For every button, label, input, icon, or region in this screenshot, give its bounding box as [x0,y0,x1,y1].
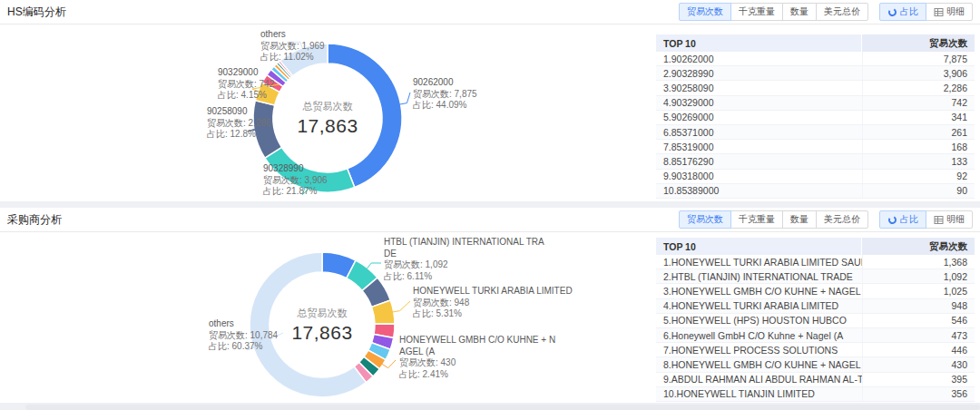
table-header-row: TOP 10 贸易次数 [656,34,975,52]
row-value: 446 [862,343,975,356]
toolbar: 贸易次数 千克重量 数量 美元总价 占比 明细 [679,210,973,229]
slice-label-pct: 占比: 12.8% [207,129,271,141]
row-name: 5.HONEYWELL (HPS) HOUSTON HUBCO [656,315,862,326]
table-row[interactable]: 10.HONEYWELL TIANJIN LIMITED356 [656,387,975,402]
view-detail-button[interactable]: 明细 [926,210,973,229]
slice-label: 90329000贸易次数: 742占比: 4.15% [218,67,274,102]
row-name: 7.85319000 [656,142,862,152]
table-row[interactable]: 3.902580902,286 [656,81,975,95]
metric-usd-total-button[interactable]: 美元总价 [816,3,868,21]
slice-label-count: 贸易次数: 1,969 [260,41,325,53]
table-row[interactable]: 7.HONEYWELL PROCESS SOLUTIONS446 [656,343,975,357]
table-header-rank: TOP 10 [656,34,861,52]
row-name: 9.90318000 [656,171,862,181]
row-value: 3,906 [862,66,975,80]
metric-kg-weight-button[interactable]: 千克重量 [730,3,783,21]
row-name: 2.90328990 [656,68,862,79]
slice-label-name: others [209,318,278,330]
top10-table: TOP 10 贸易次数 1.902620007,8752.903289903,9… [656,34,975,199]
view-proportion-button[interactable]: 占比 [879,210,926,229]
metric-quantity-button[interactable]: 数量 [782,3,817,21]
metric-kg-weight-button[interactable]: 千克重量 [730,210,783,229]
row-name: 8.85176290 [656,156,862,167]
donut-center-total: 总贸易次数17,863 [297,100,358,137]
row-value: 473 [862,328,975,342]
horizontal-scrollbar[interactable] [25,405,980,410]
table-row[interactable]: 10.8538900090 [656,184,975,199]
page-title: 采购商分析 [7,212,62,228]
slice-label-pct: 占比: 4.15% [218,90,274,102]
row-name: 10.HONEYWELL TIANJIN LIMITED [656,388,862,399]
row-name: 10.85389000 [656,185,862,196]
metric-quantity-button[interactable]: 数量 [782,210,817,229]
table-row[interactable]: 8.85176290133 [656,154,975,169]
row-name: 6.85371000 [656,127,862,138]
total-caption: 总贸易次数 [297,100,358,113]
table-row[interactable]: 4.90329000742 [656,96,975,111]
view-proportion-button[interactable]: 占比 [879,3,926,21]
slice-label-pct: 占比: 6.11% [384,271,545,283]
table-row[interactable]: 5.90269000341 [656,111,975,125]
table-row[interactable]: 5.HONEYWELL (HPS) HOUSTON HUBCO546 [656,314,975,328]
label-leader-line [367,263,381,268]
slice-label: others贸易次数: 10,784占比: 60.37% [209,318,278,353]
row-name: 5.90269000 [656,112,862,122]
table-header-value: 贸易次数 [862,34,975,52]
table-row[interactable]: 6.Honeywell GmbH C/O Kuhne + Nagel (A473 [656,328,975,343]
row-name: 7.HONEYWELL PROCESS SOLUTIONS [656,345,862,356]
slice-label-name: 90329000 [218,67,274,79]
slice-label: HONEYWELL TURKI ARABIA LIMITED贸易次数: 948占… [413,286,573,320]
slice-label-name: HONEYWELL GMBH C/O KUHNE + NAGEL (A [399,335,561,357]
view-switch: 占比 明细 [879,3,973,21]
slice-label-pct: 占比: 44.09% [413,100,477,112]
slice-label-pct: 占比: 60.37% [209,341,278,353]
slice-label-name: 90328990 [263,163,328,175]
slice-label-name: others [260,29,325,41]
row-name: 4.HONEYWELL TURKI ARABIA LIMITED [656,300,862,311]
metric-usd-total-button[interactable]: 美元总价 [816,210,868,229]
slice-label-count: 贸易次数: 2,286 [207,118,271,130]
row-value: 2,286 [862,81,975,94]
total-value: 17,863 [291,322,352,344]
table-row[interactable]: 1.902620007,875 [656,52,975,66]
section-hs-code-analysis: HS编码分析 贸易次数 千克重量 数量 美元总价 占比 明细 90262000贸… [0,0,980,201]
table-row[interactable]: 9.ABDUL RAHMAN ALI ABDUL RAHMAN AL-TU395 [656,373,975,387]
slice-label-name: 90258090 [207,106,271,118]
row-name: 1.90262000 [656,54,862,64]
table-row[interactable]: 9.9031800092 [656,170,975,184]
table-header-value: 贸易次数 [862,238,975,255]
row-value: 133 [862,154,975,168]
table-row[interactable]: 2.HTBL (TIANJIN) INTERNATIONAL TRADE1,09… [656,269,975,284]
row-value: 1,368 [862,255,975,268]
table-row[interactable]: 8.HONEYWELL GMBH C/O KUHNE + NAGEL (A430 [656,357,975,372]
row-value: 356 [862,387,975,401]
view-detail-button[interactable]: 明细 [926,3,973,21]
table-grid-icon [934,215,944,225]
table-row[interactable]: 2.903289903,906 [656,66,975,81]
table-row[interactable]: 4.HONEYWELL TURKI ARABIA LIMITED948 [656,299,975,314]
table-row[interactable]: 1.HONEYWELL TURKI ARABIA LIMITED SAUD1,3… [656,255,975,269]
slice-label-pct: 占比: 5.31% [413,308,573,320]
row-value: 1,025 [862,284,975,298]
row-name: 9.ABDUL RAHMAN ALI ABDUL RAHMAN AL-TU [656,374,862,385]
total-value: 17,863 [297,115,358,137]
row-value: 168 [862,140,975,153]
table-row[interactable]: 7.85319000168 [656,140,975,154]
label-leader-line [393,301,410,312]
slice-label-count: 贸易次数: 430 [399,357,561,369]
view-proportion-label: 占比 [900,6,918,17]
slice-label-count: 贸易次数: 1,092 [384,259,545,271]
table-row[interactable]: 3.HONEYWELL GMBH C/O KUHNE + NAGEL1,025 [656,284,975,298]
slice-label-count: 贸易次数: 948 [413,298,573,309]
row-name: 1.HONEYWELL TURKI ARABIA LIMITED SAUD [656,257,862,268]
slice-label-name: HONEYWELL TURKI ARABIA LIMITED [413,286,573,298]
row-value: 341 [862,111,975,124]
metric-trade-count-button[interactable]: 贸易次数 [679,210,731,229]
table-body: 1.HONEYWELL TURKI ARABIA LIMITED SAUD1,3… [656,255,975,402]
slice-label-name: 90262000 [413,77,477,89]
row-value: 430 [862,357,975,371]
row-value: 742 [862,96,975,110]
metric-trade-count-button[interactable]: 贸易次数 [679,3,731,21]
table-row[interactable]: 6.85371000261 [656,125,975,140]
slice-label: HTBL (TIANJIN) INTERNATIONAL TRADE贸易次数: … [384,237,545,282]
